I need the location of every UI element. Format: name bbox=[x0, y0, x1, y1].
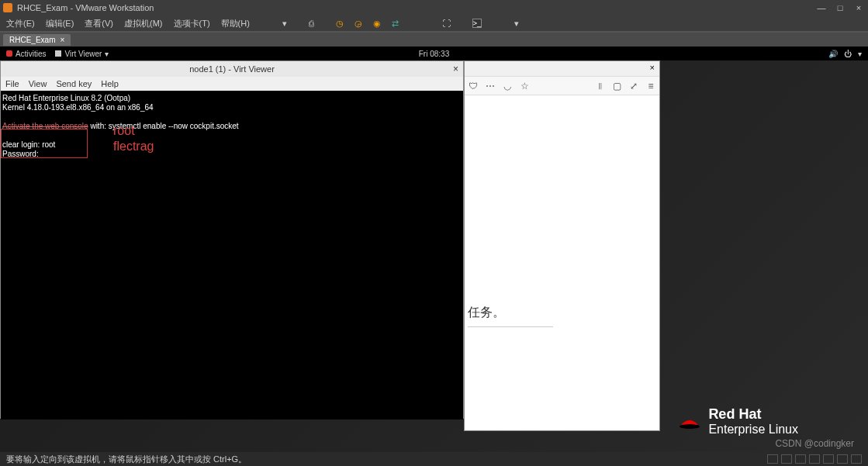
dropdown2-icon[interactable]: ▾ bbox=[514, 19, 519, 29]
power-icon[interactable]: ⏻ bbox=[844, 50, 852, 58]
menu-edit[interactable]: 编辑(E) bbox=[46, 18, 74, 29]
sidebar-icon[interactable]: ▢ bbox=[611, 81, 622, 91]
hamburger-icon[interactable]: ≡ bbox=[645, 81, 656, 91]
app-label: Virt Viewer bbox=[64, 50, 102, 58]
more-icon[interactable]: ⋯ bbox=[485, 81, 496, 91]
dropdown-icon[interactable]: ▾ bbox=[282, 19, 287, 29]
network-icon[interactable]: ⇄ bbox=[392, 19, 399, 29]
desktop-area: × 🛡 ⋯ ◡ ☆ ⫴ ▢ ⤢ ≡ 任务。 node1 (1) - Virt V… bbox=[0, 60, 868, 452]
virt-menu-help[interactable]: Help bbox=[101, 79, 119, 88]
device-icon[interactable] bbox=[823, 454, 834, 464]
status-icons bbox=[767, 454, 862, 464]
statusbar: 要将输入定向到该虚拟机，请将鼠标指针移入其中或按 Ctrl+G。 bbox=[0, 452, 868, 466]
console-icon[interactable]: >_ bbox=[472, 19, 482, 28]
current-app[interactable]: Virt Viewer ▾ bbox=[55, 50, 109, 58]
annotation-pass: flectrag bbox=[113, 142, 154, 151]
menu-view[interactable]: 查看(V) bbox=[85, 18, 113, 29]
maximize-button[interactable]: □ bbox=[834, 3, 846, 12]
snapshot2-icon[interactable]: ◶ bbox=[354, 19, 362, 29]
redhat-text1: Red Hat bbox=[708, 406, 798, 423]
device-icon[interactable] bbox=[851, 454, 862, 464]
snapshot-icon[interactable]: ⎙ bbox=[309, 19, 314, 28]
activities-icon bbox=[6, 50, 12, 57]
shield-icon[interactable]: 🛡 bbox=[468, 81, 479, 91]
manage-icon[interactable]: ◉ bbox=[373, 19, 381, 29]
redhat-text2: Enterprise Linux bbox=[708, 423, 798, 437]
clock[interactable]: Fri 08:33 bbox=[419, 50, 449, 58]
term-line bbox=[2, 112, 462, 122]
firefox-toolbar: 🛡 ⋯ ◡ ☆ ⫴ ▢ ⤢ ≡ bbox=[465, 77, 659, 95]
device-icon[interactable] bbox=[809, 454, 820, 464]
device-icon[interactable] bbox=[837, 454, 848, 464]
svg-point-0 bbox=[680, 424, 700, 429]
vm-tabsbar: RHCE_Exam × bbox=[0, 33, 868, 47]
virt-titlebar[interactable]: node1 (1) - Virt Viewer × bbox=[1, 61, 463, 77]
pocket-icon[interactable]: ◡ bbox=[502, 81, 513, 91]
device-icon[interactable] bbox=[781, 454, 792, 464]
virt-menu-view[interactable]: View bbox=[29, 79, 47, 88]
vm-tab[interactable]: RHCE_Exam × bbox=[3, 34, 71, 46]
activities-label: Activities bbox=[16, 50, 46, 58]
firefox-content: 任务。 bbox=[465, 95, 659, 432]
firefox-window: × 🛡 ⋯ ◡ ☆ ⫴ ▢ ⤢ ≡ 任务。 bbox=[464, 60, 660, 431]
virt-menu-sendkey[interactable]: Send key bbox=[56, 79, 92, 88]
menu-vm[interactable]: 虚拟机(M) bbox=[124, 18, 163, 29]
status-message: 要将输入定向到该虚拟机，请将鼠标指针移入其中或按 Ctrl+G。 bbox=[6, 454, 247, 465]
app-titlebar: RHCE_Exam - VMware Workstation — □ × bbox=[0, 0, 868, 16]
tab-label: RHCE_Exam bbox=[9, 36, 55, 44]
terminal[interactable]: Red Hat Enterprise Linux 8.2 (Ootpa) Ker… bbox=[1, 91, 463, 419]
virt-close-icon[interactable]: × bbox=[453, 64, 458, 74]
library-icon[interactable]: ⫴ bbox=[594, 81, 605, 91]
menu-tabs[interactable]: 选项卡(T) bbox=[174, 18, 210, 29]
system-dropdown-icon[interactable]: ▾ bbox=[858, 50, 862, 58]
tab-close-icon[interactable]: × bbox=[60, 36, 64, 44]
virt-menubar: File View Send key Help bbox=[1, 77, 463, 91]
device-icon[interactable] bbox=[795, 454, 806, 464]
gnome-topbar: Activities Virt Viewer ▾ Fri 08:33 🔊 ⏻ ▾ bbox=[0, 47, 868, 60]
firefox-close-icon[interactable]: × bbox=[650, 63, 655, 72]
activities-button[interactable]: Activities bbox=[6, 50, 46, 58]
content-text: 任务。 bbox=[468, 305, 505, 321]
virt-viewer-window: node1 (1) - Virt Viewer × File View Send… bbox=[0, 60, 464, 419]
menu-help[interactable]: 帮助(H) bbox=[221, 18, 250, 29]
divider bbox=[468, 326, 553, 327]
watermark: CSDN @codingker bbox=[775, 438, 854, 449]
annotation-box bbox=[1, 129, 88, 158]
app-title: RHCE_Exam - VMware Workstation bbox=[17, 3, 815, 12]
app-dropdown-icon: ▾ bbox=[105, 50, 109, 58]
bookmark-icon[interactable]: ☆ bbox=[519, 81, 530, 91]
volume-icon[interactable]: 🔊 bbox=[828, 50, 838, 58]
device-icon[interactable] bbox=[767, 454, 778, 464]
vmware-icon bbox=[3, 3, 12, 12]
clock-icon[interactable]: ◷ bbox=[336, 19, 344, 29]
app-icon bbox=[55, 50, 61, 57]
annotation-root: root bbox=[113, 126, 135, 136]
redhat-logo: Red Hat Enterprise Linux bbox=[679, 406, 798, 437]
app-menubar: 文件(E) 编辑(E) 查看(V) 虚拟机(M) 选项卡(T) 帮助(H) ▾ … bbox=[0, 16, 868, 31]
firefox-titlebar[interactable]: × bbox=[465, 61, 659, 77]
term-line: Kernel 4.18.0-193.el8.x86_64 on an x86_6… bbox=[2, 103, 462, 112]
close-button[interactable]: × bbox=[852, 3, 865, 12]
minimize-button[interactable]: — bbox=[815, 3, 828, 12]
menu-file[interactable]: 文件(E) bbox=[6, 18, 35, 29]
fullscreen-icon[interactable]: ⛶ bbox=[442, 19, 451, 28]
expand-icon[interactable]: ⤢ bbox=[628, 81, 639, 91]
virt-title: node1 (1) - Virt Viewer bbox=[189, 64, 275, 74]
term-line: Red Hat Enterprise Linux 8.2 (Ootpa) bbox=[2, 94, 462, 103]
redhat-hat-icon bbox=[679, 413, 700, 430]
virt-menu-file[interactable]: File bbox=[5, 79, 19, 88]
